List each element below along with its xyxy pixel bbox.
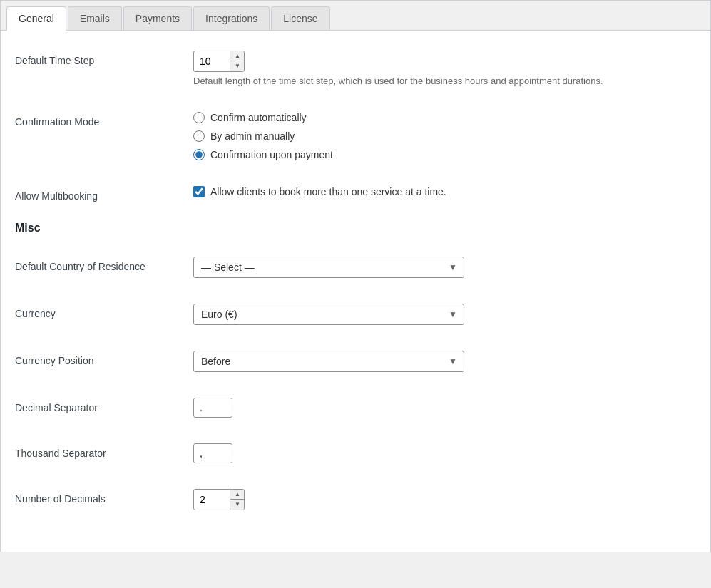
control-currency-position: Before After ▼ [193, 351, 696, 372]
decimals-spinner-up-btn[interactable]: ▲ [230, 490, 245, 500]
multibooking-label[interactable]: Allow clients to book more than one serv… [210, 186, 446, 197]
spinner-default-time-step: ▲ ▼ [193, 51, 245, 72]
radio-confirm-auto-label[interactable]: Confirm automatically [210, 112, 307, 123]
label-thousand-separator: Thousand Separator [15, 443, 193, 459]
label-decimal-separator: Decimal Separator [15, 398, 193, 413]
spinner-down-btn[interactable]: ▼ [230, 61, 245, 71]
field-default-country: Default Country of Residence — Select — … [15, 251, 696, 284]
label-confirmation-mode: Confirmation Mode [15, 112, 193, 128]
label-allow-multibooking: Allow Multibooking [15, 186, 193, 202]
settings-page: General Emails Payments Integrations Lic… [0, 0, 711, 552]
number-of-decimals-input[interactable] [194, 490, 230, 509]
select-wrap-country: — Select — United States United Kingdom … [193, 257, 464, 278]
label-default-country: Default Country of Residence [15, 257, 193, 272]
misc-heading: Misc [15, 222, 696, 240]
default-country-select[interactable]: — Select — United States United Kingdom … [193, 257, 464, 278]
select-wrap-currency: Euro (€) US Dollar ($) British Pound (£)… [193, 304, 464, 325]
radio-confirm-payment-input[interactable] [193, 149, 205, 160]
currency-position-select[interactable]: Before After [193, 351, 464, 372]
spinner-number-of-decimals: ▲ ▼ [193, 489, 245, 510]
label-number-of-decimals: Number of Decimals [15, 489, 193, 505]
confirmation-mode-radio-group: Confirm automatically By admin manually … [193, 112, 696, 160]
field-default-time-step: Default Time Step ▲ ▼ Default length of … [15, 45, 696, 92]
misc-section: Misc Default Country of Residence — Sele… [15, 222, 696, 516]
field-confirmation-mode: Confirmation Mode Confirm automatically … [15, 106, 696, 166]
radio-confirm-manual-input[interactable] [193, 130, 205, 142]
control-currency: Euro (€) US Dollar ($) British Pound (£)… [193, 304, 696, 325]
decimal-separator-input[interactable] [193, 398, 232, 418]
radio-confirm-manual: By admin manually [193, 130, 696, 142]
decimals-spinner-down-btn[interactable]: ▼ [230, 500, 245, 510]
control-confirmation-mode: Confirm automatically By admin manually … [193, 112, 696, 160]
field-currency-position: Currency Position Before After ▼ [15, 345, 696, 378]
control-decimal-separator [193, 398, 696, 418]
radio-confirm-manual-label[interactable]: By admin manually [210, 130, 295, 142]
spinner-buttons: ▲ ▼ [230, 51, 245, 71]
control-default-time-step: ▲ ▼ Default length of the time slot step… [193, 51, 696, 86]
tab-emails[interactable]: Emails [68, 6, 122, 30]
field-currency: Currency Euro (€) US Dollar ($) British … [15, 298, 696, 331]
multibooking-checkbox-item: Allow clients to book more than one serv… [193, 186, 696, 197]
control-number-of-decimals: ▲ ▼ [193, 489, 696, 510]
label-default-time-step: Default Time Step [15, 51, 193, 66]
label-currency: Currency [15, 304, 193, 319]
multibooking-checkbox[interactable] [193, 186, 205, 197]
radio-confirm-auto: Confirm automatically [193, 112, 696, 123]
field-thousand-separator: Thousand Separator [15, 438, 696, 469]
radio-confirm-payment: Confirmation upon payment [193, 149, 696, 160]
currency-select[interactable]: Euro (€) US Dollar ($) British Pound (£) [193, 304, 464, 325]
control-allow-multibooking: Allow clients to book more than one serv… [193, 186, 696, 197]
radio-confirm-auto-input[interactable] [193, 112, 205, 123]
tab-license[interactable]: License [271, 6, 329, 30]
tab-integrations[interactable]: Integrations [193, 6, 270, 30]
default-time-step-help: Default length of the time slot step, wh… [193, 76, 696, 86]
tabs-bar: General Emails Payments Integrations Lic… [1, 1, 710, 31]
control-thousand-separator [193, 443, 696, 463]
tab-content-general: Default Time Step ▲ ▼ Default length of … [1, 31, 710, 552]
spinner-up-btn[interactable]: ▲ [230, 51, 245, 61]
thousand-separator-input[interactable] [193, 443, 232, 463]
decimals-spinner-buttons: ▲ ▼ [230, 490, 245, 510]
select-wrap-currency-position: Before After ▼ [193, 351, 464, 372]
tab-general[interactable]: General [6, 6, 66, 31]
label-currency-position: Currency Position [15, 351, 193, 366]
field-allow-multibooking: Allow Multibooking Allow clients to book… [15, 180, 696, 207]
tab-payments[interactable]: Payments [123, 6, 192, 30]
field-decimal-separator: Decimal Separator [15, 392, 696, 423]
field-number-of-decimals: Number of Decimals ▲ ▼ [15, 483, 696, 516]
control-default-country: — Select — United States United Kingdom … [193, 257, 696, 278]
default-time-step-input[interactable] [194, 52, 230, 71]
radio-confirm-payment-label[interactable]: Confirmation upon payment [210, 149, 333, 160]
